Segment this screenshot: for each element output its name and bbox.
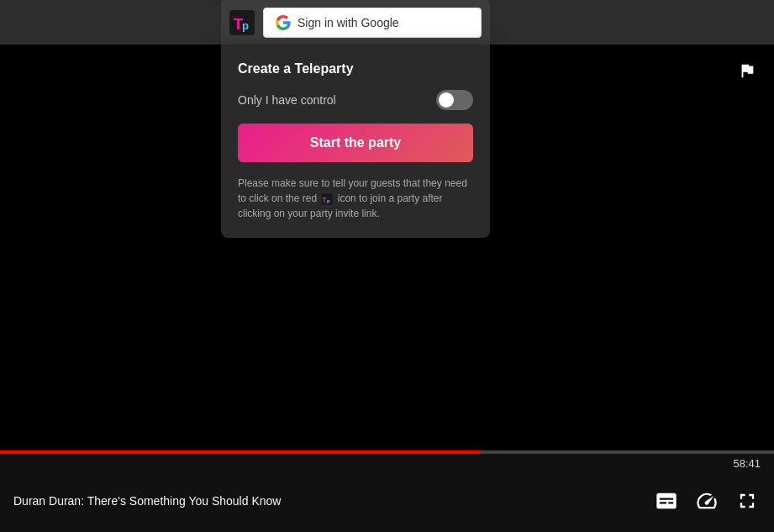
only-i-have-control-row: Only I have control (238, 90, 473, 110)
video-title: Duran Duran: There's Something You Shoul… (13, 494, 281, 508)
fullscreen-button[interactable] (734, 487, 761, 514)
toggle-thumb (439, 92, 454, 108)
only-i-have-control-toggle[interactable] (436, 90, 473, 110)
svg-text:p: p (327, 198, 330, 203)
start-party-button[interactable]: Start the party (238, 124, 473, 162)
fullscreen-icon (735, 489, 759, 513)
google-signin-label: Sign in with Google (297, 16, 399, 29)
browser-chrome: T p Sign in with Google ch timer - G... … (0, 0, 774, 45)
teleparty-dropdown-panel: Create a Teleparty Only I have control S… (221, 45, 490, 238)
browser-tab-area: T p Sign in with Google ch timer - G... … (0, 0, 774, 45)
google-signin-button[interactable]: Sign in with Google (263, 8, 482, 38)
time-remaining: 58:41 (733, 457, 761, 470)
bottom-controls: Duran Duran: There's Something You Shoul… (0, 470, 774, 532)
control-label: Only I have control (238, 93, 336, 107)
bottom-controls-bar: 58:41 Duran Duran: There's Something You… (0, 454, 774, 532)
speed-icon (695, 489, 719, 513)
svg-text:p: p (242, 18, 249, 31)
flag-button[interactable] (734, 57, 761, 84)
info-text: Please make sure to tell your guests tha… (238, 176, 473, 221)
toggle-track (436, 90, 473, 110)
tp-logo-area: T p (221, 0, 263, 45)
flag-icon (738, 61, 756, 80)
google-icon (276, 15, 291, 30)
tp-logo-icon: T p (229, 9, 255, 36)
subtitles-icon (655, 489, 678, 513)
teleparty-extension-area: T p Sign in with Google (221, 0, 490, 45)
dropdown-title: Create a Teleparty (238, 61, 473, 76)
playback-speed-button[interactable] (693, 487, 720, 514)
right-controls (653, 487, 761, 514)
tp-inline-icon: T p (321, 193, 333, 205)
subtitles-button[interactable] (653, 487, 680, 514)
time-display-bar: 58:41 (0, 454, 774, 470)
